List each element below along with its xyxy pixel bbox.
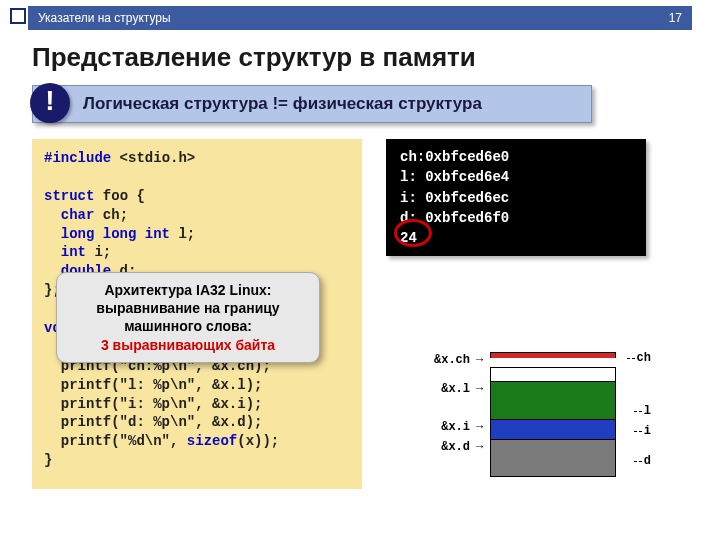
breadcrumb: Указатели на структуры: [38, 11, 171, 25]
field-name-ch: ch: [637, 351, 651, 365]
arrow-icon: →: [476, 419, 490, 434]
arrow-icon: →: [476, 439, 490, 454]
addr-label-d: &x.d: [426, 439, 476, 453]
annotation-popup: Архитектура IA32 Linux: выравнивание на …: [56, 272, 320, 363]
arrow-icon: →: [476, 352, 490, 367]
header-bullet-icon: [10, 8, 26, 24]
addr-label-l: &x.l: [426, 381, 476, 395]
addr-label-i: &x.i: [426, 419, 476, 433]
addr-label-ch: &x.ch: [426, 352, 476, 366]
term-line: ch:0xbfced6e0: [400, 147, 632, 167]
arrow-icon: →: [476, 381, 490, 396]
padding-block: [490, 367, 616, 381]
popup-line: Архитектура IA32 Linux:: [67, 281, 309, 299]
page-number: 17: [669, 6, 682, 30]
field-name-i: i: [644, 424, 651, 438]
term-line: d: 0xbfced6f0: [400, 208, 632, 228]
popup-line: машинного слова:: [67, 317, 309, 335]
term-line: i: 0xbfced6ec: [400, 188, 632, 208]
popup-line: выравнивание на границу: [67, 299, 309, 317]
terminal-output: ch:0xbfced6e0 l: 0xbfced6e4 i: 0xbfced6e…: [386, 139, 646, 256]
field-name-d: d: [644, 454, 651, 468]
popup-highlight: 3 выравнивающих байта: [67, 336, 309, 354]
alert-text: Логическая структура != физическая струк…: [32, 85, 592, 123]
header-bar: Указатели на структуры 17: [28, 6, 692, 30]
page-title: Представление структур в памяти: [32, 42, 692, 73]
memory-diagram: &x.ch → ch &x.l → l &x.i → i: [426, 352, 616, 477]
alert-callout: ! Логическая структура != физическая стр…: [32, 85, 692, 123]
alert-icon: !: [30, 83, 70, 123]
field-name-l: l: [644, 404, 651, 418]
term-line: 24: [400, 228, 632, 248]
term-line: l: 0xbfced6e4: [400, 167, 632, 187]
